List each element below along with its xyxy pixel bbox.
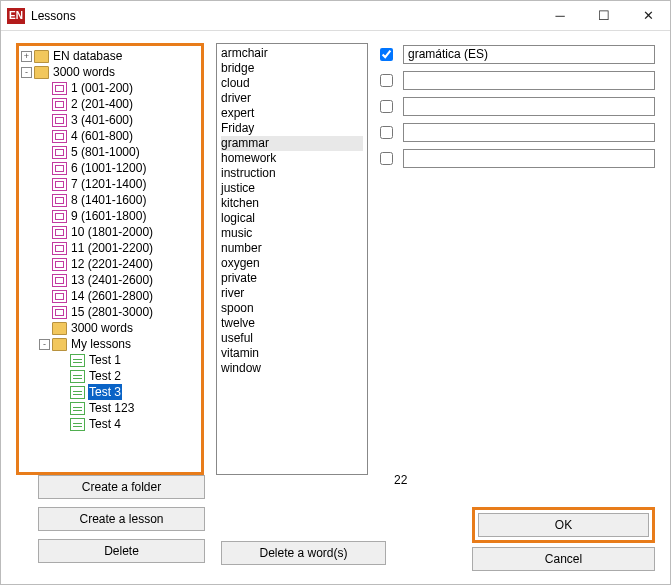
file-icon xyxy=(52,98,67,111)
tree-item[interactable]: 12 (2201-2400) xyxy=(21,256,199,272)
tree-item[interactable]: 3 (401-600) xyxy=(21,112,199,128)
field-checkbox[interactable] xyxy=(380,152,393,165)
file-icon xyxy=(52,194,67,207)
window-title: Lessons xyxy=(31,9,538,23)
tree-item[interactable]: 9 (1601-1800) xyxy=(21,208,199,224)
tree-item[interactable]: 8 (1401-1600) xyxy=(21,192,199,208)
collapse-icon[interactable]: - xyxy=(39,339,50,350)
word-item[interactable]: cloud xyxy=(221,76,363,91)
maximize-button[interactable]: ☐ xyxy=(582,1,626,30)
tree-item[interactable]: 1 (001-200) xyxy=(21,80,199,96)
close-button[interactable]: ✕ xyxy=(626,1,670,30)
word-item[interactable]: driver xyxy=(221,91,363,106)
folder-icon xyxy=(52,338,67,351)
fields-pane xyxy=(380,43,655,475)
create-lesson-button[interactable]: Create a lesson xyxy=(38,507,205,531)
word-item[interactable]: grammar xyxy=(221,136,363,151)
word-item[interactable]: music xyxy=(221,226,363,241)
word-item[interactable]: oxygen xyxy=(221,256,363,271)
word-item[interactable]: logical xyxy=(221,211,363,226)
tree-item[interactable]: -My lessons xyxy=(21,336,199,352)
word-list[interactable]: armchairbridgeclouddriverexpertFridaygra… xyxy=(216,43,368,475)
word-item[interactable]: useful xyxy=(221,331,363,346)
ok-highlight: OK xyxy=(472,507,655,543)
tree-item[interactable]: 15 (2801-3000) xyxy=(21,304,199,320)
tree-item[interactable]: 10 (1801-2000) xyxy=(21,224,199,240)
file-icon xyxy=(52,306,67,319)
tree-item-label: 4 (601-800) xyxy=(70,128,134,144)
field-input[interactable] xyxy=(403,71,655,90)
word-item[interactable]: number xyxy=(221,241,363,256)
tree-item[interactable]: Test 2 xyxy=(21,368,199,384)
create-folder-button[interactable]: Create a folder xyxy=(38,475,205,499)
file-icon xyxy=(52,178,67,191)
tree-item[interactable]: 4 (601-800) xyxy=(21,128,199,144)
word-item[interactable]: twelve xyxy=(221,316,363,331)
expand-icon[interactable]: + xyxy=(21,51,32,62)
tree-item[interactable]: 3000 words xyxy=(21,320,199,336)
tree-item-label: 14 (2601-2800) xyxy=(70,288,154,304)
field-checkbox[interactable] xyxy=(380,126,393,139)
file-icon xyxy=(52,258,67,271)
word-item[interactable]: instruction xyxy=(221,166,363,181)
field-row xyxy=(380,147,655,169)
word-item[interactable]: bridge xyxy=(221,61,363,76)
tree-item-label: Test 123 xyxy=(88,400,135,416)
field-input[interactable] xyxy=(403,149,655,168)
tree-item-label: 3000 words xyxy=(70,320,134,336)
collapse-icon[interactable]: - xyxy=(21,67,32,78)
delete-button[interactable]: Delete xyxy=(38,539,205,563)
tree-item-label: 10 (1801-2000) xyxy=(70,224,154,240)
cancel-button[interactable]: Cancel xyxy=(472,547,655,571)
tree-item[interactable]: 5 (801-1000) xyxy=(21,144,199,160)
tree-item[interactable]: Test 1 xyxy=(21,352,199,368)
word-item[interactable]: private xyxy=(221,271,363,286)
word-item[interactable]: kitchen xyxy=(221,196,363,211)
field-checkbox[interactable] xyxy=(380,74,393,87)
tree-item[interactable]: 6 (1001-1200) xyxy=(21,160,199,176)
word-item[interactable]: Friday xyxy=(221,121,363,136)
test-icon xyxy=(70,418,85,431)
tree-item-label: Test 4 xyxy=(88,416,122,432)
tree-item[interactable]: Test 4 xyxy=(21,416,199,432)
tree-item-label: Test 2 xyxy=(88,368,122,384)
field-input[interactable] xyxy=(403,123,655,142)
word-item[interactable]: justice xyxy=(221,181,363,196)
word-item[interactable]: expert xyxy=(221,106,363,121)
tree-item[interactable]: 7 (1201-1400) xyxy=(21,176,199,192)
field-input[interactable] xyxy=(403,45,655,64)
file-icon xyxy=(52,162,67,175)
tree-item[interactable]: 14 (2601-2800) xyxy=(21,288,199,304)
tree-item-label: 15 (2801-3000) xyxy=(70,304,154,320)
tree-item[interactable]: 13 (2401-2600) xyxy=(21,272,199,288)
tree-item-label: Test 3 xyxy=(88,384,122,400)
word-item[interactable]: window xyxy=(221,361,363,376)
tree-item[interactable]: 11 (2001-2200) xyxy=(21,240,199,256)
word-item[interactable]: river xyxy=(221,286,363,301)
tree-item[interactable]: -3000 words xyxy=(21,64,199,80)
tree-item-label: My lessons xyxy=(70,336,132,352)
tree-item-label: 11 (2001-2200) xyxy=(70,240,154,256)
ok-button[interactable]: OK xyxy=(478,513,649,537)
test-icon xyxy=(70,354,85,367)
tree-item[interactable]: +EN database xyxy=(21,48,199,64)
tree-item[interactable]: 2 (201-400) xyxy=(21,96,199,112)
word-item[interactable]: homework xyxy=(221,151,363,166)
field-input[interactable] xyxy=(403,97,655,116)
tree-item-label: 13 (2401-2600) xyxy=(70,272,154,288)
file-icon xyxy=(52,130,67,143)
folder-icon xyxy=(34,66,49,79)
app-icon: EN xyxy=(7,8,25,24)
field-checkbox[interactable] xyxy=(380,100,393,113)
tree-item[interactable]: Test 123 xyxy=(21,400,199,416)
word-item[interactable]: vitamin xyxy=(221,346,363,361)
tree-item-label: 5 (801-1000) xyxy=(70,144,141,160)
delete-words-button[interactable]: Delete a word(s) xyxy=(221,541,386,565)
minimize-button[interactable]: ─ xyxy=(538,1,582,30)
file-icon xyxy=(52,114,67,127)
word-item[interactable]: spoon xyxy=(221,301,363,316)
field-checkbox[interactable] xyxy=(380,48,393,61)
file-icon xyxy=(52,210,67,223)
word-item[interactable]: armchair xyxy=(221,46,363,61)
tree-item[interactable]: Test 3 xyxy=(21,384,199,400)
